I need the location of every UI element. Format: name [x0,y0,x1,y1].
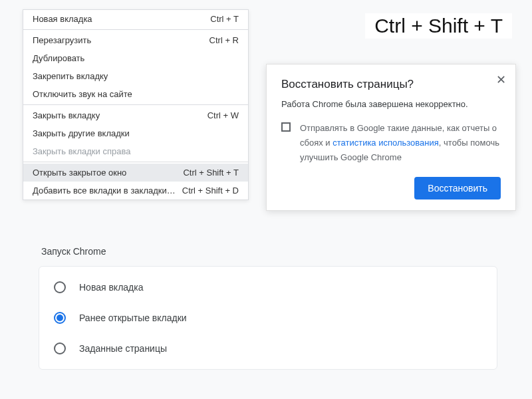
dialog-title: Восстановить страницы? [281,78,501,91]
shortcut-heading: Ctrl + Shift + T [365,13,512,39]
menu-separator [23,162,248,162]
radio-icon [54,281,66,293]
radio-icon [54,342,66,354]
menu-item[interactable]: Добавить все вкладки в закладки…Ctrl + S… [23,182,248,200]
menu-item-shortcut: Ctrl + W [207,110,239,120]
menu-item[interactable]: Новая вкладкаCtrl + T [23,10,248,28]
restore-button[interactable]: Восстановить [414,177,501,200]
close-icon[interactable]: ✕ [496,74,506,86]
dialog-body-text: Отправлять в Google такие данные, как от… [300,121,501,165]
menu-item-label: Закрыть вкладки справа [33,146,130,156]
menu-item-label: Закрыть вкладку [33,110,100,120]
menu-item-shortcut: Ctrl + Shift + D [182,186,239,196]
menu-item-shortcut: Ctrl + R [209,35,239,45]
dialog-subtitle: Работа Chrome была завершена некорректно… [281,99,501,109]
startup-options-card: Новая вкладкаРанее открытые вкладкиЗадан… [39,266,497,370]
menu-separator [23,29,248,30]
menu-item-label: Закрыть другие вкладки [33,128,130,138]
menu-item[interactable]: Дублировать [23,49,248,67]
startup-option-label: Новая вкладка [79,282,144,293]
startup-option-label: Ранее открытые вкладки [79,313,187,323]
menu-item-label: Закрепить вкладку [33,71,108,81]
startup-settings-section: Запуск Chrome Новая вкладкаРанее открыты… [39,246,497,370]
menu-separator [23,104,248,105]
menu-item-label: Открыть закрытое окно [33,168,126,178]
menu-item-label: Перезагрузить [33,35,91,45]
menu-item: Закрыть вкладки справа [23,142,248,160]
usage-stats-link[interactable]: статистика использования [332,138,439,148]
menu-item[interactable]: Закрыть вкладкуCtrl + W [23,106,248,124]
radio-icon [54,312,66,324]
send-reports-checkbox[interactable] [281,122,291,132]
startup-option[interactable]: Новая вкладка [39,272,497,303]
menu-item[interactable]: Закрепить вкладку [23,67,248,85]
menu-item[interactable]: ПерезагрузитьCtrl + R [23,31,248,49]
menu-item-label: Новая вкладка [33,14,92,24]
menu-item-shortcut: Ctrl + T [210,14,239,24]
tab-context-menu: Новая вкладкаCtrl + TПерезагрузитьCtrl +… [23,9,249,200]
startup-option[interactable]: Заданные страницы [39,333,497,364]
startup-option[interactable]: Ранее открытые вкладки [39,303,497,333]
menu-item-label: Отключить звук на сайте [33,89,132,99]
menu-item-shortcut: Ctrl + Shift + T [183,168,239,178]
menu-item[interactable]: Открыть закрытое окноCtrl + Shift + T [23,164,248,182]
restore-pages-dialog: ✕ Восстановить страницы? Работа Chrome б… [266,64,516,211]
menu-item[interactable]: Отключить звук на сайте [23,85,248,103]
menu-item-label: Добавить все вкладки в закладки… [33,186,176,196]
startup-option-label: Заданные страницы [79,343,167,354]
startup-settings-title: Запуск Chrome [39,246,497,257]
menu-item-label: Дублировать [33,53,84,63]
menu-item[interactable]: Закрыть другие вкладки [23,124,248,142]
